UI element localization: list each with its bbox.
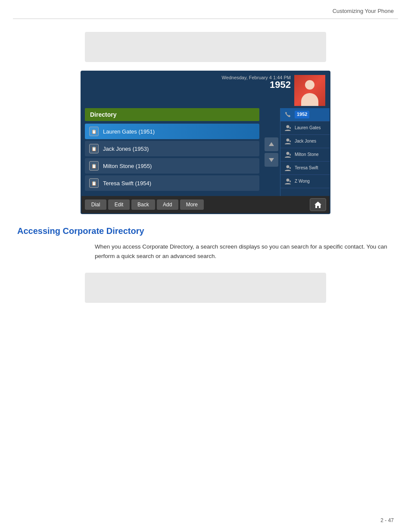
svg-marker-17 [314, 202, 321, 208]
chevron-down-icon [268, 156, 275, 163]
contact-icon-symbol-2: 📋 [91, 146, 97, 151]
svg-point-8 [286, 152, 290, 155]
phone-main-content: Directory 📋 Lauren Gates (1951) 📋 Jack J… [81, 108, 330, 196]
speed-dial-2[interactable]: Jack Jones [280, 135, 330, 148]
speed-dial-label-1: Lauren Gates [295, 125, 321, 131]
section-heading: Accessing Corporate Directory [0, 226, 411, 236]
scroll-arrows [263, 108, 280, 196]
svg-point-2 [286, 125, 290, 128]
person-icon-3 [284, 151, 292, 158]
svg-marker-1 [269, 158, 274, 162]
speed-dial-3[interactable]: Milton Stone [280, 148, 330, 162]
speed-dial-label-4: Teresa Swift [295, 165, 318, 171]
directory-header: Directory [85, 108, 259, 121]
phone-screen-wrapper: Wednesday, February 4 1:44 PM 1952 Direc… [81, 71, 330, 214]
contact-icon-symbol-4: 📋 [91, 181, 97, 186]
datetime-display: Wednesday, February 4 1:44 PM [86, 75, 294, 80]
avatar [294, 75, 325, 106]
phone-icon [284, 111, 291, 118]
avatar-container [294, 75, 325, 106]
scroll-up-button[interactable] [265, 137, 278, 151]
add-button[interactable]: Add [157, 199, 178, 210]
person-icon-2 [284, 138, 292, 145]
contact-icon-symbol-3: 📋 [91, 164, 97, 168]
home-button[interactable] [310, 198, 326, 211]
contact-name-3: Milton Stone (1955) [103, 163, 152, 169]
speed-dial-label-3: Milton Stone [295, 152, 319, 157]
contact-icon-3: 📋 [89, 161, 99, 171]
svg-point-14 [286, 179, 290, 182]
contact-speed-icon-2 [283, 137, 293, 146]
contact-item-2[interactable]: 📋 Jack Jones (1953) [85, 141, 259, 156]
contact-icon-4: 📋 [89, 178, 99, 188]
contact-speed-icon-1 [283, 123, 293, 133]
page-header-title: Customizing Your Phone [333, 8, 394, 14]
contact-speed-icon-3 [283, 150, 293, 159]
svg-marker-0 [269, 142, 274, 146]
status-bar-left: Wednesday, February 4 1:44 PM 1952 [86, 75, 294, 90]
speed-dial-label-5: Z Wong [295, 179, 310, 184]
scroll-down-button[interactable] [265, 153, 278, 167]
contact-name-2: Jack Jones (1953) [103, 146, 149, 152]
contact-name-1: Lauren Gates (1951) [103, 128, 155, 135]
svg-point-5 [286, 139, 290, 142]
home-icon [314, 201, 322, 208]
chevron-up-icon [268, 141, 275, 148]
more-button[interactable]: More [180, 199, 204, 210]
contact-icon-symbol-1: 📋 [91, 129, 97, 134]
speed-dial-ext[interactable]: 1952 [280, 108, 330, 121]
phone-ui: Wednesday, February 4 1:44 PM 1952 Direc… [81, 71, 330, 214]
contact-speed-icon-4 [283, 163, 293, 173]
page-header: Customizing Your Phone [0, 0, 411, 19]
contact-icon-2: 📋 [89, 144, 99, 153]
contact-item-1[interactable]: 📋 Lauren Gates (1951) [85, 124, 259, 139]
phone-toolbar: Dial Edit Back Add More [81, 196, 330, 213]
status-bar: Wednesday, February 4 1:44 PM 1952 [81, 72, 330, 108]
left-panel: Directory 📋 Lauren Gates (1951) 📋 Jack J… [81, 108, 263, 196]
ext-badge-label: 1952 [295, 111, 309, 118]
contact-item-4[interactable]: 📋 Teresa Swift (1954) [85, 175, 259, 191]
person-icon-5 [284, 178, 292, 185]
right-panel: 1952 Lauren Gates [280, 108, 330, 196]
back-button[interactable]: Back [131, 199, 155, 210]
svg-point-11 [286, 165, 290, 168]
header-divider [13, 19, 398, 19]
person-icon-4 [284, 165, 292, 171]
speed-dial-label-2: Jack Jones [295, 139, 316, 144]
dial-button[interactable]: Dial [85, 199, 106, 210]
speed-dial-4[interactable]: Teresa Swift [280, 162, 330, 175]
top-placeholder-box [85, 32, 326, 62]
speed-dial-5[interactable]: Z Wong [280, 175, 330, 188]
person-icon-1 [284, 124, 292, 131]
edit-button[interactable]: Edit [108, 199, 130, 210]
page-number: 2 - 47 [380, 517, 394, 523]
contact-icon-1: 📋 [89, 127, 99, 136]
speed-dial-1[interactable]: Lauren Gates [280, 121, 330, 135]
contact-item-3[interactable]: 📋 Milton Stone (1955) [85, 158, 259, 174]
extension-display: 1952 [86, 80, 294, 90]
bottom-placeholder-box [85, 273, 326, 303]
contact-name-4: Teresa Swift (1954) [103, 180, 151, 187]
phone-icon-ext [283, 110, 293, 119]
contact-speed-icon-5 [283, 177, 293, 186]
description-text: When you access Corporate Directory, a s… [95, 242, 394, 261]
